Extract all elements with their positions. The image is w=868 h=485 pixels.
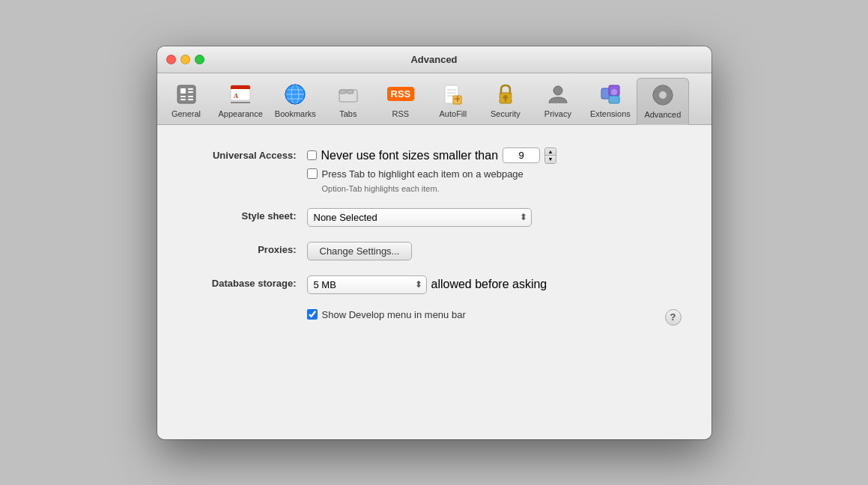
svg-rect-43 [661,85,664,88]
universal-access-row: Universal Access: Never use font sizes s… [187,147,682,193]
autofill-icon [440,81,467,108]
db-select-wrapper: 1 MB 2 MB 5 MB 10 MB 50 MB 100 MB Unlimi… [307,275,427,294]
db-storage-controls: 1 MB 2 MB 5 MB 10 MB 50 MB 100 MB Unlimi… [307,275,547,294]
db-storage-label: Database storage: [187,275,307,289]
db-storage-suffix: allowed before asking [431,278,547,291]
tab-autofill-label: AutoFill [440,109,467,118]
svg-rect-4 [188,88,193,90]
never-font-checkbox[interactable] [307,150,317,160]
show-develop-controls: Show Develop menu in menu bar [307,309,466,320]
show-develop-checkbox[interactable] [307,309,318,320]
stylesheet-label: Style sheet: [187,208,307,222]
proxies-row: Proxies: Change Settings... [187,242,682,260]
change-settings-button[interactable]: Change Settings... [307,242,413,260]
tab-appearance[interactable]: A Appearance [213,78,269,124]
never-font-label: Never use font sizes smaller than [321,149,499,162]
font-size-input[interactable] [503,147,540,163]
extensions-icon [597,81,624,108]
tab-rss[interactable]: RSS RSS [374,78,427,124]
tab-extensions[interactable]: Extensions [584,78,637,124]
svg-rect-20 [339,90,346,94]
appearance-icon: A [227,81,254,108]
svg-rect-44 [661,102,664,106]
svg-rect-21 [347,90,353,94]
bookmarks-icon [282,81,309,108]
general-icon [173,81,200,108]
svg-rect-0 [177,85,195,103]
security-icon [492,81,519,108]
proxies-controls: Change Settings... [307,242,413,260]
stylesheet-select-wrapper: None Selected [307,208,532,227]
help-button[interactable]: ? [665,309,682,326]
stylesheet-select[interactable]: None Selected [307,208,532,227]
rss-icon: RSS [387,81,414,108]
content-area: Universal Access: Never use font sizes s… [157,125,711,439]
tabs-icon [335,81,362,108]
tab-privacy[interactable]: Privacy [532,78,584,124]
svg-rect-39 [609,96,619,103]
stylesheet-row: Style sheet: None Selected [187,208,682,227]
window-title: Advanced [157,54,711,65]
db-storage-select[interactable]: 1 MB 2 MB 5 MB 10 MB 50 MB 100 MB Unlimi… [307,275,427,294]
tab-appearance-label: Appearance [219,109,263,118]
svg-point-36 [553,86,562,95]
svg-rect-45 [652,94,656,96]
tab-security-label: Security [491,109,521,118]
tab-advanced-label: Advanced [644,110,681,119]
show-develop-row: Show Develop menu in menu bar ? [187,309,682,327]
svg-rect-6 [188,96,193,97]
press-tab-checkbox[interactable] [307,168,318,179]
universal-access-label: Universal Access: [187,147,307,161]
press-tab-label: Press Tab to highlight each item on a we… [322,168,523,180]
db-storage-row: Database storage: 1 MB 2 MB 5 MB 10 MB 5… [187,275,682,294]
svg-rect-7 [188,99,193,100]
svg-rect-3 [180,99,186,100]
tab-tabs-label: Tabs [339,109,356,118]
font-size-row: Never use font sizes smaller than ▲ ▼ [307,147,557,164]
svg-point-42 [659,91,667,99]
tab-security[interactable]: Security [479,78,532,124]
svg-point-40 [611,89,617,95]
tab-extensions-label: Extensions [590,109,631,118]
svg-rect-10 [231,88,250,89]
tab-general[interactable]: General [160,78,213,124]
font-size-stepper[interactable]: ▲ ▼ [544,147,556,164]
show-develop-checkbox-row: Show Develop menu in menu bar [307,309,466,320]
privacy-icon [544,81,571,108]
show-develop-spacer [187,309,307,311]
font-size-up[interactable]: ▲ [545,148,556,156]
tab-rss-label: RSS [392,109,410,118]
toolbar: General A Appearance [157,73,711,125]
font-size-down[interactable]: ▼ [545,156,556,163]
traffic-lights [166,55,204,64]
tab-general-label: General [172,109,201,118]
svg-rect-5 [188,91,193,93]
option-tab-hint: Option-Tab highlights each item. [322,184,557,193]
tab-advanced[interactable]: Advanced [637,78,689,125]
universal-access-controls: Never use font sizes smaller than ▲ ▼ Pr… [307,147,557,193]
advanced-icon [649,82,676,109]
minimize-button[interactable] [180,55,190,64]
close-button[interactable] [166,55,176,64]
preferences-window: Advanced General [157,46,711,439]
tab-autofill[interactable]: AutoFill [427,78,479,124]
svg-rect-2 [180,96,186,97]
svg-point-30 [503,95,508,100]
tab-bookmarks[interactable]: Bookmarks [269,78,322,124]
svg-text:A: A [233,92,238,100]
maximize-button[interactable] [195,55,204,64]
tab-tabs[interactable]: Tabs [322,78,374,124]
db-storage-inline: 1 MB 2 MB 5 MB 10 MB 50 MB 100 MB Unlimi… [307,275,547,294]
tab-privacy-label: Privacy [544,109,571,118]
svg-rect-1 [180,88,186,94]
show-develop-label: Show Develop menu in menu bar [322,309,466,320]
svg-rect-46 [670,94,673,96]
proxies-label: Proxies: [187,242,307,255]
title-bar: Advanced [157,46,711,73]
tab-bookmarks-label: Bookmarks [275,109,316,118]
press-tab-row: Press Tab to highlight each item on a we… [307,168,557,180]
stylesheet-controls: None Selected [307,208,532,227]
